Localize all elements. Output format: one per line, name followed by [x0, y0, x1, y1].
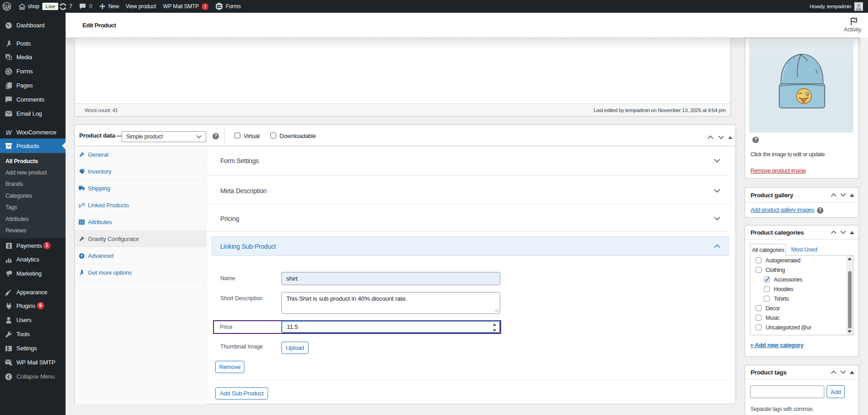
svg-text:$: $	[7, 244, 10, 249]
